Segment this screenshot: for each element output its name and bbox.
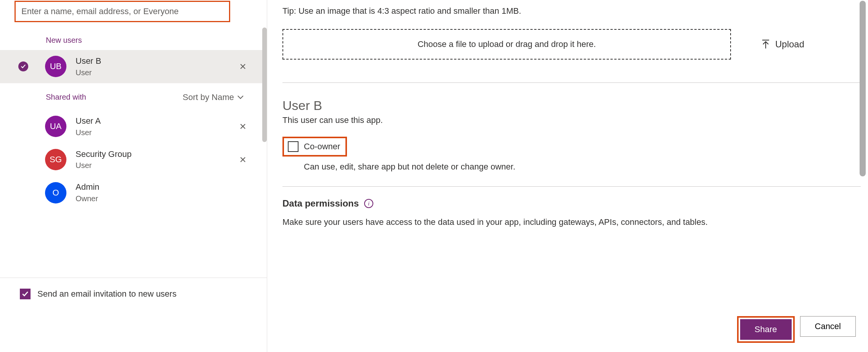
user-row-user-a[interactable]: UA User A User × bbox=[0, 110, 267, 143]
user-name: Security Group bbox=[76, 149, 234, 160]
user-role: Owner bbox=[76, 193, 252, 204]
sort-by-dropdown[interactable]: Sort by Name bbox=[183, 92, 244, 102]
new-users-label: New users bbox=[0, 22, 267, 50]
avatar: SG bbox=[45, 149, 66, 170]
avatar: UB bbox=[45, 56, 66, 77]
user-row-user-b[interactable]: UB User B User × bbox=[0, 50, 267, 83]
coowner-label: Co-owner bbox=[304, 142, 340, 152]
user-name: User A bbox=[76, 115, 234, 127]
right-scrollbar[interactable] bbox=[860, 1, 866, 176]
bottom-bar: Share Cancel bbox=[737, 316, 856, 343]
user-row-admin[interactable]: O Admin Owner bbox=[0, 176, 267, 209]
checkbox-empty-icon bbox=[288, 141, 298, 152]
user-role: User bbox=[76, 127, 234, 138]
share-button[interactable]: Share bbox=[740, 319, 792, 340]
upload-label: Upload bbox=[775, 39, 804, 50]
data-permissions-desc: Make sure your users have access to the … bbox=[282, 217, 853, 227]
right-panel: Tip: Use an image that is 4:3 aspect rat… bbox=[267, 0, 868, 352]
chevron-down-icon bbox=[237, 95, 244, 100]
user-name: Admin bbox=[76, 181, 252, 193]
selected-user-title: User B bbox=[282, 98, 853, 113]
remove-user-icon[interactable]: × bbox=[234, 60, 252, 73]
avatar: O bbox=[45, 182, 66, 203]
send-email-label: Send an email invitation to new users bbox=[37, 289, 176, 299]
remove-user-icon[interactable]: × bbox=[234, 153, 252, 166]
upload-icon bbox=[762, 39, 770, 49]
divider bbox=[282, 82, 861, 83]
info-icon[interactable]: i bbox=[364, 199, 373, 208]
user-role: User bbox=[76, 160, 234, 171]
remove-user-icon[interactable]: × bbox=[234, 120, 252, 133]
selected-user-desc: This user can use this app. bbox=[282, 115, 853, 125]
left-scrollbar[interactable] bbox=[262, 27, 267, 142]
coowner-checkbox[interactable]: Co-owner bbox=[282, 137, 347, 157]
sort-by-label: Sort by Name bbox=[183, 92, 234, 102]
search-input[interactable] bbox=[15, 1, 230, 22]
avatar: UA bbox=[45, 116, 66, 137]
data-permissions-title: Data permissions bbox=[282, 198, 359, 209]
user-role: User bbox=[76, 67, 234, 78]
cancel-button[interactable]: Cancel bbox=[800, 316, 856, 337]
selected-check-icon bbox=[18, 61, 28, 71]
left-panel: New users UB User B User × Shared with S… bbox=[0, 0, 267, 352]
shared-with-label: Shared with bbox=[46, 93, 86, 102]
divider bbox=[282, 186, 861, 187]
user-name: User B bbox=[76, 55, 234, 67]
tip-text: Tip: Use an image that is 4:3 aspect rat… bbox=[282, 0, 853, 16]
upload-button[interactable]: Upload bbox=[762, 39, 804, 50]
send-email-toggle[interactable]: Send an email invitation to new users bbox=[0, 278, 267, 310]
user-row-security-group[interactable]: SG Security Group User × bbox=[0, 143, 267, 176]
coowner-desc: Can use, edit, share app but not delete … bbox=[304, 162, 853, 172]
upload-dropzone[interactable]: Choose a file to upload or drag and drop… bbox=[282, 29, 731, 60]
checkbox-checked-icon bbox=[20, 289, 31, 299]
